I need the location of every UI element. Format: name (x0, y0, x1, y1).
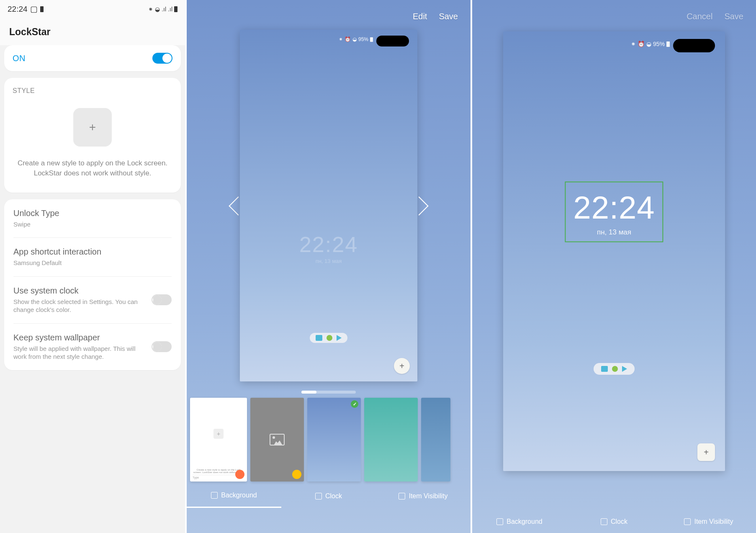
background-icon (496, 518, 503, 525)
wallpaper-strip[interactable]: + Create a new style to apply on the Loc… (187, 398, 471, 482)
status-time: 22:24 (8, 5, 28, 14)
master-toggle-switch[interactable] (152, 53, 172, 64)
battery-icon-2 (174, 6, 177, 12)
cancel-button[interactable]: Cancel (687, 12, 712, 21)
wifi-icon: ◒ (352, 36, 357, 42)
background-icon (211, 492, 218, 499)
status-bar: 22:24 ▢ ⁕ ◒ .ıl .ıl (0, 0, 185, 18)
play-store-icon (337, 335, 342, 341)
style-card: STYLE + Create a new style to apply on t… (4, 78, 181, 193)
chevron-left-icon[interactable] (227, 193, 240, 218)
battery-icon (370, 37, 373, 42)
check-icon: ✓ (351, 400, 358, 408)
notification-pill[interactable] (594, 363, 635, 375)
top-actions: Cancel Save (472, 0, 756, 30)
bottom-tabs: Background Clock Item Visibility (472, 511, 756, 533)
clock-selection-box[interactable]: 22:24 пн, 13 мая (565, 181, 663, 242)
add-widget-button[interactable]: + (697, 443, 715, 461)
wallpaper-thumb-blue[interactable]: ✓ (307, 398, 361, 482)
unlock-type-item[interactable]: Unlock Type Swipe (13, 199, 172, 238)
battery-icon (666, 41, 670, 47)
bluetooth-icon: ⁕ (148, 6, 153, 13)
signal-icon: .ıl (162, 6, 166, 13)
wallpaper-thumb-gallery[interactable] (250, 398, 304, 482)
bluetooth-icon: ⁕ (339, 36, 343, 42)
lockscreen-preview[interactable]: ⁕ ⏰ ◒ 95% 22:24 пн, 13 мая + (503, 31, 725, 471)
save-button[interactable]: Save (439, 12, 458, 21)
visibility-icon (684, 518, 691, 525)
tab-background[interactable]: Background (187, 485, 281, 508)
picture-icon: ▢ (30, 4, 38, 14)
keep-wallpaper-item[interactable]: Keep system wallpaper Style will be appl… (13, 324, 172, 370)
play-store-icon (622, 366, 627, 372)
save-button[interactable]: Save (724, 12, 743, 21)
preview-area: ⁕ ⏰ ◒ 95% 22:24 пн, 13 мая + (472, 30, 756, 471)
missed-call-icon (327, 335, 332, 341)
edit-button[interactable]: Edit (413, 12, 427, 21)
wallpaper-thumb-app[interactable]: + Create a new style to apply on the Loc… (190, 398, 247, 482)
clock-editor-panel: Cancel Save ⁕ ⏰ ◒ 95% 22:24 пн, 13 мая + (471, 0, 756, 533)
message-icon (601, 366, 608, 372)
add-widget-button[interactable]: + (394, 358, 410, 374)
keep-wallpaper-toggle[interactable] (152, 341, 172, 352)
wifi-icon: ◒ (155, 6, 160, 13)
preview-area: ⁕ ⏰ ◒ 95% 22:24 пн, 13 мая + (187, 30, 471, 381)
background-editor-panel: Edit Save ⁕ ⏰ ◒ 95% 22:24 пн, 13 мая + (186, 0, 471, 533)
top-actions: Edit Save (187, 0, 471, 30)
tab-item-visibility[interactable]: Item Visibility (661, 511, 756, 533)
tab-background[interactable]: Background (472, 511, 567, 533)
add-style-button[interactable]: + (73, 108, 112, 147)
camera-cutout (673, 39, 715, 52)
master-toggle-row[interactable]: ON (4, 45, 181, 71)
alarm-icon: ⏰ (638, 41, 645, 47)
battery-icon (40, 6, 44, 12)
lockscreen-preview[interactable]: ⁕ ⏰ ◒ 95% 22:24 пн, 13 мая + (240, 30, 417, 381)
app-badge-icon (235, 470, 244, 479)
notification-pill (310, 333, 347, 343)
style-heading: STYLE (13, 87, 172, 95)
preview-clock-faded: 22:24 пн, 13 мая (299, 232, 358, 264)
camera-cutout (376, 36, 409, 46)
bluetooth-icon: ⁕ (631, 41, 636, 47)
wallpaper-thumb-partial[interactable] (421, 398, 450, 482)
preview-status-bar: ⁕ ⏰ ◒ 95% (339, 36, 373, 42)
visibility-icon (399, 493, 405, 500)
page-indicator (301, 391, 356, 394)
style-description: Create a new style to apply on the Lock … (13, 158, 172, 178)
signal-icon-2: .ıl (168, 6, 172, 13)
system-clock-item[interactable]: Use system clock Show the clock selected… (13, 277, 172, 324)
clock-icon (601, 518, 607, 525)
clock-icon (315, 493, 322, 500)
system-clock-toggle[interactable] (152, 294, 172, 305)
settings-list: Unlock Type Swipe App shortcut interacti… (4, 199, 181, 370)
image-icon (270, 434, 285, 445)
wallpaper-thumb-teal[interactable] (364, 398, 418, 482)
lockstar-settings-panel: 22:24 ▢ ⁕ ◒ .ıl .ıl LockStar ON STYLE + … (0, 0, 186, 533)
tab-clock[interactable]: Clock (281, 485, 376, 508)
page-title: LockStar (0, 18, 185, 45)
missed-call-icon (612, 366, 618, 372)
tab-item-visibility[interactable]: Item Visibility (376, 485, 471, 508)
bottom-tabs: Background Clock Item Visibility (187, 485, 471, 508)
message-icon (316, 335, 322, 341)
wifi-icon: ◒ (646, 41, 651, 47)
app-shortcut-item[interactable]: App shortcut interaction Samsung Default (13, 238, 172, 277)
preview-status-bar: ⁕ ⏰ ◒ 95% (631, 41, 670, 47)
tab-clock[interactable]: Clock (567, 511, 661, 533)
chevron-right-icon[interactable] (417, 193, 430, 218)
gallery-badge-icon (292, 470, 301, 479)
alarm-icon: ⏰ (345, 36, 351, 42)
on-label: ON (13, 54, 26, 63)
